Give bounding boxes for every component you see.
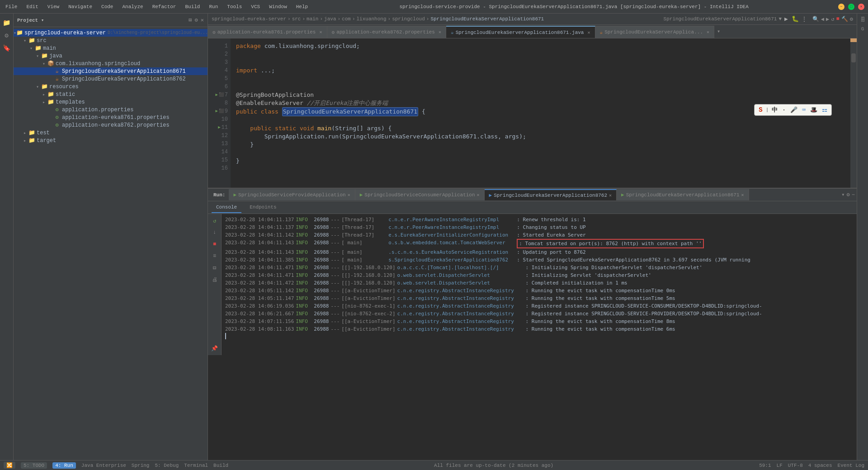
debug-button-toolbar[interactable]: 🐛 — [791, 15, 800, 23]
menu-file[interactable]: File — [4, 3, 19, 10]
tree-item-package[interactable]: ▾ 📦 com.lixuanhong.springcloud — [14, 60, 208, 67]
status-run[interactable]: 4: Run — [52, 462, 76, 469]
gradle-icon[interactable]: G — [859, 25, 867, 33]
close-button[interactable]: ✕ — [858, 4, 864, 10]
breadcrumb-item-0[interactable]: springcloud-eureka-server — [212, 16, 286, 22]
run-tab-consumer[interactable]: ▶ SpringcloudServiceConsumerApplication … — [355, 189, 485, 200]
breadcrumb-item-2[interactable]: main — [307, 16, 318, 22]
menu-view[interactable]: View — [46, 3, 61, 10]
tab-close-other[interactable]: ✕ — [707, 29, 709, 35]
print-console-icon[interactable]: 🖨 — [210, 275, 220, 285]
bookmark-icon[interactable]: 🔖 — [1, 43, 12, 53]
run-config-dropdown[interactable]: ▼ — [778, 16, 782, 22]
database-icon[interactable]: 🗄 — [859, 15, 867, 24]
fold-console-icon[interactable]: ⊟ — [210, 263, 220, 273]
tree-item-app8671[interactable]: ☕ SpringcloudEurekaServerApplication8671 — [14, 67, 208, 75]
run-gutter-7[interactable]: ▶ — [215, 91, 217, 99]
ime-mic-button[interactable]: 🎤 — [789, 106, 799, 114]
status-debug[interactable]: 5: Debug — [155, 463, 179, 468]
tab-app8671[interactable]: ☕ SpringcloudEurekaServerApplication8671… — [446, 26, 595, 38]
run-settings-icon[interactable]: ⚙ — [847, 191, 850, 198]
filter-console-icon[interactable]: ≡ — [210, 251, 220, 261]
menu-run[interactable]: Run — [207, 3, 220, 10]
tree-item-test[interactable]: ▸ 📁 test — [14, 129, 208, 137]
breadcrumb-item-6[interactable]: springcloud — [392, 16, 425, 22]
ime-zh-button[interactable]: 中 — [770, 105, 779, 114]
ime-hat-button[interactable]: 🎩 — [809, 106, 819, 114]
run-tab-provide[interactable]: ▶ SpringcloudServiceProvideApplication ✕ — [229, 189, 355, 200]
menu-edit[interactable]: Edit — [24, 3, 40, 10]
stop-icon[interactable]: ■ — [836, 16, 840, 22]
rerun-icon[interactable]: ↺ — [831, 16, 834, 23]
tree-item-java-folder[interactable]: ▾ 📁 java — [14, 52, 208, 60]
run-tab-8671[interactable]: ▶ SpringcloudEurekaServerApplication8671… — [617, 189, 749, 200]
run-tab-8762[interactable]: ▶ SpringcloudEurekaServerApplication8762… — [485, 189, 617, 200]
breadcrumb-item-5[interactable]: lixuanhong — [357, 16, 387, 22]
build-icon[interactable]: 🔨 — [841, 16, 848, 23]
status-spring[interactable]: Spring — [132, 463, 150, 468]
status-position[interactable]: 59:1 — [759, 463, 771, 468]
maximize-button[interactable]: □ — [848, 4, 854, 10]
menu-tools[interactable]: Tools — [225, 3, 244, 10]
search-everywhere-icon[interactable]: 🔍 — [812, 16, 819, 23]
project-icon-collapse[interactable]: ⊞ — [189, 17, 192, 24]
run-gutter-9[interactable]: ▶ — [215, 107, 217, 115]
menu-code[interactable]: Code — [99, 3, 115, 10]
run-more-button[interactable]: ⋮ — [802, 16, 807, 23]
tree-item-app-props[interactable]: ⚙ application.properties — [14, 106, 208, 114]
tab-app-other[interactable]: ☕ SpringcloudEurekaServerApplica... ✕ — [595, 26, 715, 38]
menu-analyze[interactable]: Analyze — [120, 3, 145, 10]
run-tabs-overflow-icon[interactable]: ▾ — [841, 191, 844, 198]
scroll-thumb[interactable] — [851, 53, 856, 62]
menu-navigate[interactable]: Navigate — [66, 3, 94, 10]
ime-dot-button[interactable]: · — [781, 106, 787, 114]
run-tab-close-consumer[interactable]: ✕ — [477, 192, 480, 198]
status-git-icon[interactable]: 🔀 — [4, 462, 15, 469]
tab-close-props8761[interactable]: ✕ — [319, 29, 322, 35]
ime-s-button[interactable]: S — [757, 106, 764, 114]
tab-close-app8671[interactable]: ✕ — [587, 30, 590, 35]
menu-build[interactable]: Build — [183, 3, 202, 10]
tab-close-props8762[interactable]: ✕ — [439, 29, 441, 35]
tree-item-main[interactable]: ▾ 📁 main — [14, 44, 208, 52]
menu-vcs[interactable]: VCS — [249, 3, 262, 10]
tree-item-resources[interactable]: ▾ 📁 resources — [14, 83, 208, 90]
status-java-enterprise[interactable]: Java Enterprise — [81, 463, 126, 468]
breadcrumb-item-4[interactable]: com — [342, 16, 351, 22]
console-tab-endpoints[interactable]: Endpoints — [245, 202, 281, 213]
editor-scrollbar[interactable] — [850, 38, 857, 188]
status-event-log[interactable]: Event Log — [838, 463, 864, 468]
console-output[interactable]: 2023-02-28 14:04:11.137 INFO 26988 --- [… — [222, 214, 857, 355]
ime-grid-button[interactable]: ⚏ — [821, 106, 829, 114]
status-build[interactable]: Build — [213, 463, 228, 468]
run-tab-close-provide[interactable]: ✕ — [348, 192, 350, 198]
pin-console-icon[interactable]: 📌 — [210, 343, 220, 353]
run-gutter-11[interactable]: ▶ — [218, 123, 220, 132]
menu-window[interactable]: Window — [267, 3, 289, 10]
status-encoding[interactable]: UTF-8 — [788, 463, 803, 468]
tree-item-props8762[interactable]: ⚙ application-eureka8762.properties — [14, 121, 208, 129]
forward-icon[interactable]: ▶ — [826, 16, 829, 23]
rerun-console-icon[interactable]: ↺ — [210, 216, 220, 226]
ime-keyboard-button[interactable]: ⌨ — [801, 106, 807, 114]
stop-console-icon[interactable]: ■ — [210, 239, 220, 249]
run-tab-close-8671[interactable]: ✕ — [741, 192, 744, 198]
back-icon[interactable]: ◀ — [821, 16, 824, 23]
run-button-toolbar[interactable]: ▶ — [783, 15, 789, 23]
scroll-down-icon[interactable]: ↓ — [210, 228, 220, 237]
breadcrumb-item-1[interactable]: src — [292, 16, 301, 22]
tree-item-static[interactable]: ▸ 📁 static — [14, 90, 208, 98]
run-tab-close-8762[interactable]: ✕ — [609, 193, 612, 198]
tree-item-templates[interactable]: ▸ 📁 templates — [14, 98, 208, 106]
project-icon-close[interactable]: ✕ — [201, 17, 204, 24]
menu-refactor[interactable]: Refactor — [151, 3, 178, 10]
settings-icon[interactable]: ⚙ — [850, 16, 853, 23]
minimize-button[interactable]: − — [838, 4, 844, 10]
project-icon-settings[interactable]: ⚙ — [195, 17, 198, 24]
tree-item-app8762[interactable]: ☕ SpringcloudEurekaServerApplication8762 — [14, 75, 208, 83]
structure-icon[interactable]: ⚙ — [1, 30, 12, 41]
status-terminal[interactable]: Terminal — [184, 463, 208, 468]
tabs-overflow-button[interactable]: ▾ — [714, 28, 723, 35]
status-todo[interactable]: 5: TODO — [21, 462, 47, 469]
tree-item-target[interactable]: ▸ 📁 target — [14, 137, 208, 144]
